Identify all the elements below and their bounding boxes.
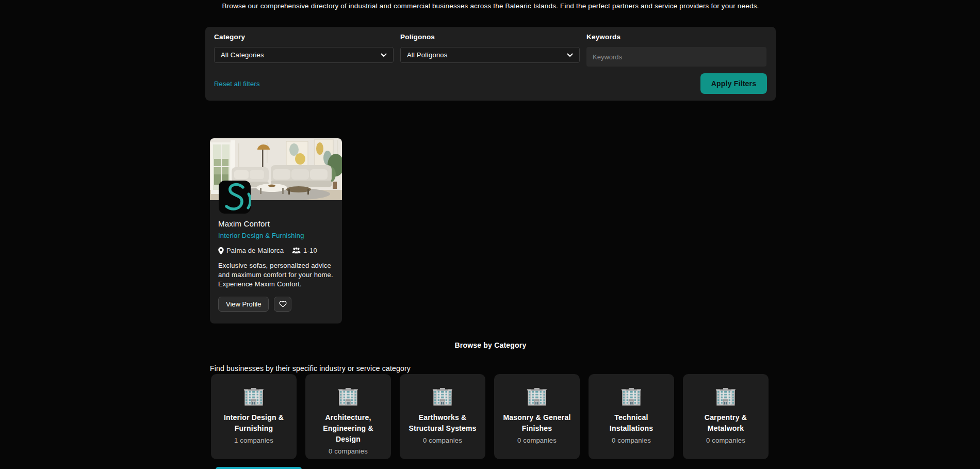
category-label: Category — [214, 33, 394, 41]
company-location-text: Palma de Mallorca — [226, 247, 284, 254]
category-name: Architecture, Engineering & Design — [312, 412, 385, 445]
location-pin-icon — [218, 247, 224, 254]
building-icon: 🏢 — [432, 385, 454, 406]
category-select[interactable]: All Categories — [214, 47, 394, 63]
poligonos-select-value: All Polígonos — [407, 51, 447, 59]
chevron-down-icon — [567, 53, 573, 57]
keywords-filter-group: Keywords — [586, 33, 766, 67]
category-card-earthworks[interactable]: 🏢 Earthworks & Structural Systems 0 comp… — [400, 374, 485, 459]
reset-filters-link[interactable]: Reset all filters — [214, 80, 260, 88]
company-cover-image — [210, 138, 342, 200]
apply-filters-button[interactable]: Apply Filters — [700, 73, 767, 94]
view-profile-button[interactable]: View Profile — [218, 297, 269, 312]
keywords-input[interactable] — [586, 47, 766, 67]
category-count: 0 companies — [612, 436, 651, 444]
building-icon: 🏢 — [243, 385, 265, 406]
category-count: 0 companies — [706, 436, 745, 444]
category-filter-group: Category All Categories — [214, 33, 394, 67]
company-employees: 1-10 — [292, 247, 317, 254]
category-select-value: All Categories — [221, 51, 264, 59]
category-card-carpentry[interactable]: 🏢 Carpentry & Metalwork 0 companies — [683, 374, 769, 459]
category-count: 0 companies — [517, 436, 557, 444]
heart-icon — [279, 301, 287, 308]
category-card-technical-installations[interactable]: 🏢 Technical Installations 0 companies — [589, 374, 674, 459]
cut-off-teal-card-top[interactable] — [216, 467, 302, 469]
company-name: Maxim Confort — [218, 219, 334, 228]
browse-by-category-subtitle: Find businesses by their specific indust… — [210, 364, 411, 373]
category-name: Masonry & General Finishes — [500, 412, 574, 434]
company-employees-text: 1-10 — [303, 247, 317, 254]
poligonos-filter-group: Polígonos All Polígonos — [400, 33, 580, 67]
company-logo — [219, 181, 251, 214]
category-name: Interior Design & Furnishing — [217, 412, 290, 434]
poligonos-select[interactable]: All Polígonos — [400, 47, 580, 63]
company-location: Palma de Mallorca — [218, 247, 284, 254]
category-card-masonry[interactable]: 🏢 Masonry & General Finishes 0 companies — [494, 374, 580, 459]
category-card-interior-design[interactable]: 🏢 Interior Design & Furnishing 1 compani… — [211, 374, 297, 459]
category-grid: 🏢 Interior Design & Furnishing 1 compani… — [211, 374, 769, 459]
company-card: Maxim Confort Interior Design & Furnishi… — [210, 138, 342, 324]
building-icon: 🏢 — [715, 385, 737, 406]
category-card-architecture[interactable]: 🏢 Architecture, Engineering & Design 0 c… — [305, 374, 391, 459]
poligonos-label: Polígonos — [400, 33, 580, 41]
directory-intro-text: Browse our comprehensive directory of in… — [205, 2, 776, 10]
filter-panel: Category All Categories Polígonos All Po… — [205, 27, 776, 101]
category-name: Technical Installations — [595, 412, 668, 434]
category-name: Carpentry & Metalwork — [689, 412, 762, 434]
employees-icon — [292, 247, 301, 254]
category-count: 0 companies — [329, 447, 368, 455]
company-description: Exclusive sofas, personalized advice and… — [218, 261, 334, 289]
favorite-button[interactable] — [274, 297, 291, 312]
chevron-down-icon — [381, 53, 387, 57]
category-name: Earthworks & Structural Systems — [406, 412, 479, 434]
building-icon: 🏢 — [526, 385, 548, 406]
keywords-label: Keywords — [586, 33, 766, 41]
company-category-link[interactable]: Interior Design & Furnishing — [218, 232, 304, 239]
category-count: 0 companies — [423, 436, 462, 444]
browse-by-category-title: Browse by Category — [205, 341, 776, 349]
category-count: 1 companies — [234, 436, 273, 444]
building-icon: 🏢 — [620, 385, 643, 406]
building-icon: 🏢 — [337, 385, 360, 406]
